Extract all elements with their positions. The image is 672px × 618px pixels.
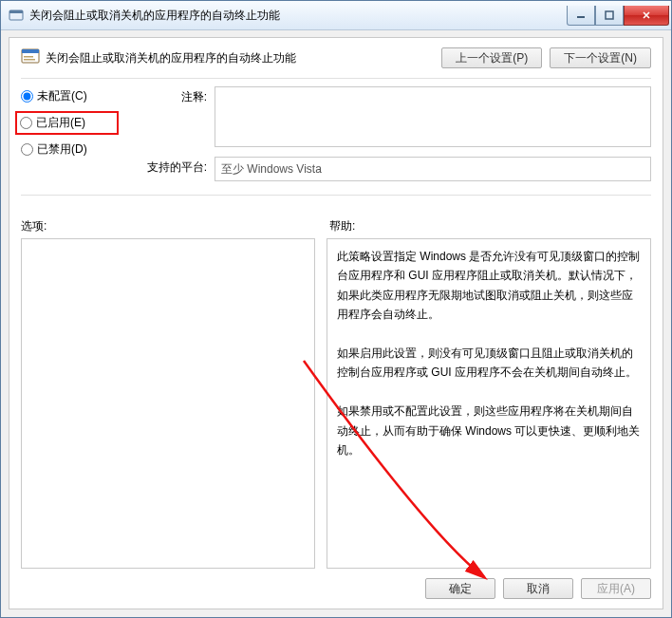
radio-enabled[interactable]: 已启用(E) <box>18 114 116 132</box>
radio-not-configured-input[interactable] <box>21 90 33 103</box>
client-area: 关闭会阻止或取消关机的应用程序的自动终止功能 上一个设置(P) 下一个设置(N)… <box>9 37 663 609</box>
state-radios: 未配置(C) 已启用(E) 已禁用(D) <box>21 86 116 181</box>
svg-rect-1 <box>9 10 23 13</box>
help-paragraph: 如果禁用或不配置此设置，则这些应用程序将在关机期间自动终止，从而有助于确保 Wi… <box>337 402 641 459</box>
app-icon <box>9 8 24 23</box>
maximize-button[interactable] <box>595 6 624 26</box>
help-paragraph: 此策略设置指定 Windows 是否允许没有可见顶级窗口的控制台应用程序和 GU… <box>337 247 641 325</box>
titlebar: 关闭会阻止或取消关机的应用程序的自动终止功能 <box>1 1 671 30</box>
svg-rect-2 <box>577 16 585 18</box>
radio-label: 未配置(C) <box>37 88 87 104</box>
options-label: 选项: <box>21 218 310 234</box>
radio-disabled[interactable]: 已禁用(D) <box>21 141 116 158</box>
dialog-window: 关闭会阻止或取消关机的应用程序的自动终止功能 关闭会阻止或取消关机的应用程序的自… <box>0 0 672 618</box>
separator <box>21 195 651 196</box>
options-pane <box>21 238 315 569</box>
help-pane: 此策略设置指定 Windows 是否允许没有可见顶级窗口的控制台应用程序和 GU… <box>327 238 651 569</box>
radio-enabled-input[interactable] <box>20 117 32 129</box>
cancel-button[interactable]: 取消 <box>503 578 573 599</box>
next-setting-button[interactable]: 下一个设置(N) <box>550 47 651 68</box>
apply-button[interactable]: 应用(A) <box>581 578 651 599</box>
help-label: 帮助: <box>329 218 651 234</box>
window-controls <box>567 6 669 25</box>
platform-field: 至少 Windows Vista <box>215 157 651 181</box>
ok-button[interactable]: 确定 <box>425 578 495 599</box>
radio-disabled-input[interactable] <box>21 143 33 156</box>
separator <box>21 78 651 79</box>
policy-title: 关闭会阻止或取消关机的应用程序的自动终止功能 <box>46 47 441 66</box>
svg-rect-7 <box>24 59 35 61</box>
radio-label: 已启用(E) <box>36 115 85 131</box>
svg-rect-6 <box>24 56 33 58</box>
window-title: 关闭会阻止或取消关机的应用程序的自动终止功能 <box>29 8 567 24</box>
radio-label: 已禁用(D) <box>37 141 87 158</box>
minimize-button[interactable] <box>567 6 595 26</box>
svg-rect-3 <box>606 11 613 19</box>
policy-icon <box>21 47 40 66</box>
radio-not-configured[interactable]: 未配置(C) <box>21 88 116 104</box>
svg-rect-5 <box>22 49 39 53</box>
platform-label: 支持的平台: <box>131 157 207 176</box>
comment-label: 注释: <box>131 86 207 105</box>
comment-field[interactable] <box>215 86 651 147</box>
prev-setting-button[interactable]: 上一个设置(P) <box>441 47 542 68</box>
close-button[interactable] <box>624 6 669 26</box>
help-paragraph: 如果启用此设置，则没有可见顶级窗口且阻止或取消关机的控制台应用程序或 GUI 应… <box>337 344 641 383</box>
